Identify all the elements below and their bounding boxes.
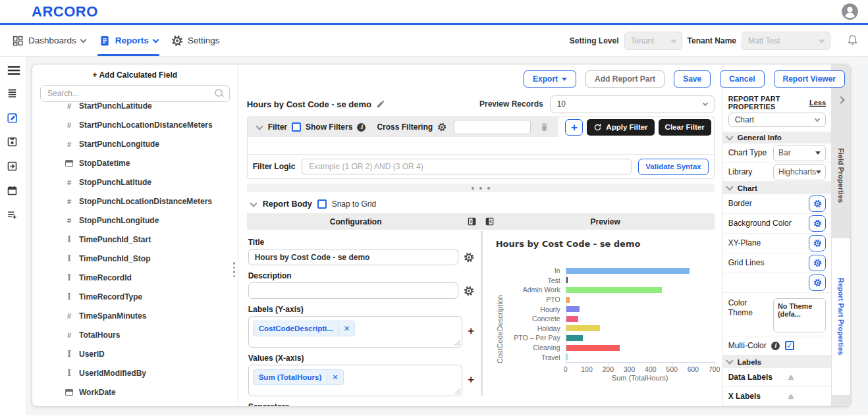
report-viewer-button[interactable]: Report Viewer [774,70,845,88]
notifications-bell-icon[interactable] [846,34,859,47]
setting-level-select[interactable]: Tenant [624,32,682,50]
field-item[interactable]: StopDatetime [65,153,238,172]
clear-filter-button[interactable]: Clear Filter [659,119,711,136]
show-filters-label: Show Filters [306,122,352,132]
nav-dashboards[interactable]: Dashboards [5,25,92,56]
color-theme-select[interactable]: No Theme (defa... [773,298,826,332]
property-settings-gear-button[interactable] [809,255,826,271]
field-item[interactable]: IUserID [65,344,238,363]
field-item[interactable]: #StartPunchLongitude [65,134,238,153]
multi-color-checkbox[interactable]: ✓ [785,341,794,350]
part-type-select[interactable]: Chart [728,113,826,127]
validate-syntax-button[interactable]: Validate Syntax [638,159,708,175]
field-item[interactable]: #StopPunchLocationDistanceMeters [65,192,238,211]
remove-chip-icon[interactable]: ✕ [339,321,355,336]
chart-section-bar[interactable]: Chart [723,182,831,194]
collapse-left-panel-icon[interactable] [468,217,476,226]
chart-bar[interactable] [566,297,570,303]
field-item[interactable]: WorkDate [65,382,238,402]
property-settings-gear-button[interactable] [809,274,826,291]
saved-reports-icon[interactable] [7,136,20,149]
apply-filter-button[interactable]: Apply Filter [587,119,654,136]
schedule-icon[interactable] [7,185,20,198]
info-icon[interactable]: i [771,342,780,350]
preview-records-label: Preview Records [479,99,543,109]
menu-hamburger-icon[interactable] [7,63,20,76]
snap-to-grid-checkbox[interactable] [317,199,327,209]
general-info-section-bar[interactable]: General Info [723,132,831,144]
list-icon[interactable] [7,88,20,101]
field-search-input[interactable] [40,85,230,102]
add-calculated-field-button[interactable]: + Add Calculated Field [32,70,238,80]
cancel-button[interactable]: Cancel [720,70,764,88]
less-link[interactable]: Less [809,99,826,107]
add-label-field-button[interactable]: + [468,325,474,337]
filter-expression-input[interactable] [454,120,531,134]
field-item[interactable]: ITimeRecordId [65,268,238,287]
tab-field-properties[interactable]: Field Properties [832,113,850,238]
title-settings-gear-icon[interactable] [464,252,474,263]
chart-bar[interactable] [566,268,690,274]
description-settings-gear-icon[interactable] [464,286,474,296]
panel-drag-handle[interactable] [233,262,236,277]
labels-section-bar[interactable]: Labels [723,355,831,368]
chart-bar[interactable] [566,325,600,331]
chart-description-input[interactable] [248,282,458,299]
property-settings-gear-button[interactable] [809,196,826,212]
chart-type-select[interactable]: Bar [773,145,826,161]
property-settings-gear-button[interactable] [809,235,826,251]
values-x-axis-area[interactable]: Sum (TotalHours) ✕ [248,365,463,396]
field-item[interactable]: #TimeSpanMinutes [65,306,238,325]
section-resize-handle[interactable] [247,184,715,192]
export-panel-icon[interactable] [7,161,20,174]
label-format-icon[interactable] [786,373,796,381]
chart-bar[interactable] [566,287,662,293]
export-button[interactable]: Export [524,70,576,88]
field-item[interactable]: IUserIdModifiedBy [65,363,238,382]
remove-chip-icon[interactable]: ✕ [327,370,343,384]
chart-bar[interactable] [566,335,583,341]
edit-title-pencil-icon[interactable] [376,99,385,109]
user-avatar-icon[interactable] [841,3,859,20]
collapse-filter-chevron-icon[interactable] [256,122,263,130]
chart-bar[interactable] [566,345,620,351]
field-item[interactable]: #StopPunchLatitude [65,172,238,192]
label-format-icon[interactable] [786,392,796,400]
collapse-report-body-chevron-icon[interactable] [250,199,257,207]
delete-filter-trash-icon[interactable] [539,122,549,132]
edit-report-icon[interactable] [7,112,20,125]
add-value-field-button[interactable]: + [468,374,474,386]
show-filters-checkbox[interactable] [292,122,301,132]
field-item[interactable]: #StartPunchLocationDistanceMeters [65,115,238,134]
tenant-name-select[interactable]: Matt Test [742,32,830,50]
save-button[interactable]: Save [674,70,711,88]
cross-filtering-gear-icon[interactable] [437,122,447,132]
field-item[interactable]: ITimePunchId_Stop [65,249,238,268]
chart-bar[interactable] [566,316,578,322]
filter-logic-input[interactable] [302,159,632,174]
chart-title-input[interactable] [248,249,458,265]
preview-records-select[interactable]: 10 [550,95,715,113]
field-item[interactable]: #TotalHours [65,325,238,344]
collapse-right-panel-icon[interactable] [485,217,494,226]
field-item[interactable]: ITimePunchId_Start [65,230,238,249]
nav-settings[interactable]: Settings [165,25,227,56]
collapse-properties-chevron-icon[interactable] [837,96,844,103]
property-settings-gear-button[interactable] [809,215,826,232]
chart-bar[interactable] [566,354,568,360]
report-toolbar: Export Add Report Part Save Cancel Repor… [524,70,845,88]
add-report-part-button[interactable]: Add Report Part [585,70,665,88]
add-filter-button[interactable]: + [565,119,583,136]
config-preview-divider[interactable] [481,231,483,396]
library-select[interactable]: Highcharts [773,164,826,180]
tab-report-part-properties[interactable]: Report Part Properties [832,238,850,395]
playlist-add-icon[interactable] [7,209,20,222]
field-item[interactable]: #StopPunchLongitude [65,211,238,230]
chart-bar[interactable] [566,306,580,312]
chart-bar[interactable] [566,277,568,283]
chart-row: Hourly [505,304,715,314]
nav-reports[interactable]: Reports [92,25,165,56]
field-item[interactable]: ITimeRecordType [65,287,238,306]
info-icon[interactable]: i [357,123,366,132]
labels-y-axis-area[interactable]: CostCodeDescripti... ✕ [248,316,463,348]
